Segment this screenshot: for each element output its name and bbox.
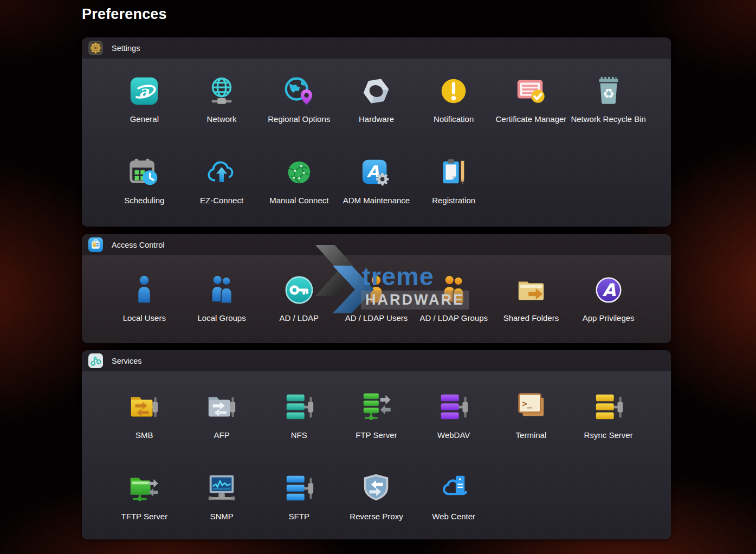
item-ad-ldap[interactable]: AD / LDAP (260, 273, 338, 343)
item-web-center[interactable]: Web Center (415, 471, 493, 539)
rsync-server-icon (591, 390, 626, 424)
item-manual-connect[interactable]: Manual Connect (260, 155, 338, 227)
item-shared-folders[interactable]: Shared Folders (493, 273, 570, 343)
item-sftp[interactable]: SFTP (260, 471, 338, 539)
item-label: Rsync Server (584, 430, 633, 440)
item-ad-ldap-users[interactable]: AD / LDAP Users (338, 273, 415, 343)
item-local-groups[interactable]: Local Groups (183, 273, 261, 343)
adm-maintenance-icon: A (359, 155, 393, 190)
item-hardware[interactable]: Hardware (338, 74, 415, 155)
item-label: Registration (432, 196, 475, 205)
app-privileges-icon: A (591, 273, 626, 307)
item-regional-options[interactable]: Regional Options (260, 74, 338, 155)
services-panel-title: Services (112, 357, 142, 365)
local-groups-icon (204, 273, 239, 307)
ad-ldap-groups-icon (436, 273, 471, 307)
item-nfs[interactable]: NFS (260, 390, 338, 471)
item-scheduling[interactable]: Scheduling (106, 155, 183, 227)
item-tftp-server[interactable]: TFTP Server (106, 471, 183, 539)
svg-text:>_: >_ (522, 399, 532, 409)
ad-ldap-users-icon (359, 273, 393, 307)
general-icon: a (127, 74, 161, 108)
item-adm-maintenance[interactable]: A ADM Maintenance (338, 155, 415, 227)
item-label: SNMP (210, 512, 233, 521)
services-panel-header: Services (82, 350, 671, 371)
sftp-icon (282, 471, 316, 506)
item-label: Terminal (516, 430, 547, 440)
page-title: Preferences (82, 6, 167, 23)
item-label: AFP (214, 430, 229, 440)
ez-connect-icon (204, 155, 239, 190)
manual-connect-icon (282, 155, 316, 190)
item-local-users[interactable]: Local Users (106, 273, 183, 343)
item-notification[interactable]: Notification (415, 74, 493, 155)
shared-folders-icon (514, 273, 548, 307)
svg-text:A: A (602, 280, 616, 300)
item-label: Network (207, 114, 237, 124)
item-app-privileges[interactable]: A App Privileges (570, 273, 647, 343)
local-users-icon (127, 273, 161, 307)
scheduling-icon (127, 155, 161, 190)
preferences-page: { "page": { "title": "Preferences" }, "w… (0, 0, 756, 554)
settings-panel-title: Settings (112, 44, 140, 53)
smb-icon (127, 390, 161, 424)
item-afp[interactable]: AFP (183, 390, 261, 471)
reverse-proxy-icon (359, 471, 393, 506)
gear-icon (88, 41, 103, 55)
item-label: SFTP (289, 512, 309, 521)
services-grid: SMB AFP (82, 371, 671, 539)
item-label: Regional Options (268, 114, 330, 124)
webdav-icon (436, 390, 471, 424)
item-label: Shared Folders (503, 313, 559, 323)
item-snmp[interactable]: SNMP (183, 471, 261, 539)
item-label: AD / LDAP (280, 313, 319, 323)
certificate-manager-icon (514, 74, 548, 108)
item-network-recycle-bin[interactable]: ♻ Network Recycle Bin (570, 74, 647, 155)
item-webdav[interactable]: WebDAV (415, 390, 493, 471)
item-ad-ldap-groups[interactable]: AD / LDAP Groups (415, 273, 493, 343)
access-control-panel-title: Access Control (112, 241, 165, 249)
item-label: Local Users (123, 313, 166, 323)
snmp-icon (204, 471, 239, 506)
svg-text:♻: ♻ (603, 86, 615, 101)
web-center-icon (436, 471, 471, 506)
item-label: Network Recycle Bin (571, 114, 645, 124)
item-registration[interactable]: Registration (415, 155, 493, 227)
ad-ldap-icon (282, 273, 316, 307)
item-label: Local Groups (197, 313, 245, 323)
item-reverse-proxy[interactable]: Reverse Proxy (338, 471, 415, 539)
item-label: Scheduling (124, 196, 164, 205)
settings-panel-header: Settings (82, 37, 671, 59)
item-terminal[interactable]: >_ Terminal (493, 390, 570, 471)
afp-icon (204, 390, 239, 424)
services-icon (88, 353, 103, 368)
item-rsync-server[interactable]: Rsync Server (570, 390, 647, 471)
item-label: Reverse Proxy (350, 512, 403, 521)
settings-grid: a General Network (82, 59, 671, 227)
item-ez-connect[interactable]: EZ-Connect (183, 155, 261, 227)
item-label: AD / LDAP Users (345, 313, 408, 323)
tftp-server-icon (127, 471, 161, 506)
hardware-icon (359, 74, 393, 108)
item-label: TFTP Server (121, 512, 168, 521)
item-label: NFS (291, 430, 307, 440)
network-recycle-bin-icon: ♻ (591, 74, 626, 108)
item-general[interactable]: a General (106, 74, 183, 155)
services-panel: Services SMB (82, 350, 671, 539)
item-smb[interactable]: SMB (106, 390, 183, 471)
item-label: FTP Server (356, 430, 397, 440)
notification-icon (436, 74, 471, 108)
item-certificate-manager[interactable]: Certificate Manager (493, 74, 570, 155)
network-icon (204, 74, 239, 108)
item-network[interactable]: Network (183, 74, 261, 155)
access-control-icon (88, 237, 103, 252)
ftp-server-icon (359, 390, 393, 424)
item-label: EZ-Connect (200, 196, 243, 205)
access-control-grid: Local Users Local Groups (82, 255, 671, 343)
item-label: App Privileges (583, 313, 635, 323)
item-label: WebDAV (437, 430, 470, 440)
item-label: Notification (434, 114, 474, 124)
item-ftp-server[interactable]: FTP Server (338, 390, 415, 471)
item-label: Manual Connect (269, 196, 328, 205)
item-label: AD / LDAP Groups (419, 313, 488, 323)
